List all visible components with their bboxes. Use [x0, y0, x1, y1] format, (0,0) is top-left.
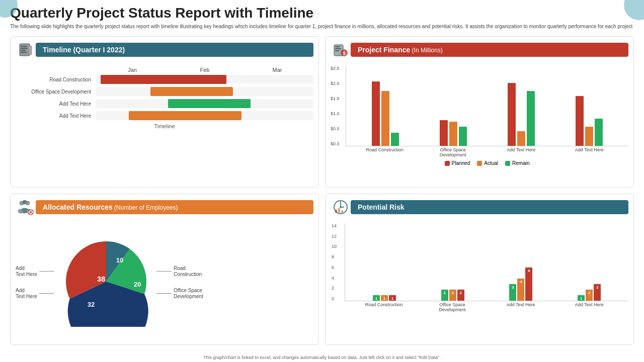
legend-dot-actual: [477, 161, 482, 166]
finance-header: $ Project Finance (In Millions): [326, 37, 633, 63]
timeline-row: Office Space Development: [16, 87, 313, 96]
pie-value-3: 38: [97, 275, 106, 283]
timeline-months: Jan Feb Mar: [96, 67, 313, 73]
svg-rect-5: [29, 46, 32, 55]
legend-remain: Remain: [505, 160, 529, 166]
svg-rect-3: [21, 50, 26, 51]
svg-point-16: [18, 209, 23, 213]
risk-bar-group: 1 1 1: [350, 295, 419, 301]
risk-bar-high: 3: [509, 284, 516, 301]
risk-x-labels: Road Construction Office SpaceDevelopmen…: [345, 302, 628, 312]
risk-bar-medium: 2: [586, 290, 593, 301]
timeline-row: Add Text Here: [16, 111, 313, 120]
risk-x-label: Road Construction: [350, 302, 418, 312]
timeline-track: [96, 87, 313, 96]
timeline-track: [96, 111, 313, 120]
resources-title: Allocated Resources (Number of Employees…: [36, 200, 313, 214]
risk-x-label: Add Text Here: [487, 302, 555, 312]
x-label: Road Construction: [351, 147, 419, 157]
pie-label: Office SpaceDevelopment: [156, 288, 203, 300]
y-label: $0.0: [331, 141, 340, 146]
timeline-header: Timeline (Quarter I 2022): [11, 37, 318, 63]
bar-remain: [459, 127, 467, 146]
connector-line: [156, 271, 172, 272]
footer-note: This graph/chart is linked to excel, and…: [0, 355, 644, 360]
finance-body: $0.0 $0.5 $1.0 $1.5 $2.0 $2.5: [326, 63, 633, 169]
risk-bar-low: 6: [525, 267, 532, 301]
timeline-panel: Timeline (Quarter I 2022) Jan Feb Mar Ro…: [10, 36, 319, 188]
resources-panel: Allocated Resources (Number of Employees…: [10, 194, 319, 345]
risk-y-label: 4: [332, 276, 337, 281]
timeline-track: [96, 75, 313, 84]
risk-bar-medium: 2: [449, 290, 456, 301]
timeline-row-label: Road Construction: [16, 77, 96, 82]
finance-title: Project Finance (In Millions): [351, 43, 628, 57]
timeline-row-label: Add Text Here: [16, 101, 96, 107]
timeline-footer: Timeline: [16, 123, 313, 131]
risk-y-labels: 0 2 4 6 8 10 12 14: [331, 223, 338, 301]
timeline-bar: [129, 111, 242, 120]
bar-planned: [372, 81, 380, 146]
risk-body: 0 2 4 6 8 10 12 14 1 1 1: [326, 220, 633, 315]
risk-bar-low: 3: [594, 284, 601, 301]
risk-panel: Potential Risk 0 2 4 6 8 10 12 14: [325, 194, 634, 345]
bar-planned: [508, 83, 516, 146]
risk-bar-medium: 4: [517, 279, 524, 301]
legend-actual: Actual: [477, 160, 498, 166]
bar-remain: [595, 119, 603, 146]
legend-dot-remain: [505, 161, 510, 166]
y-label: $1.0: [331, 111, 340, 116]
bar-group: [351, 81, 419, 146]
risk-bar-chart: 1 1 1 2 2 2 3 4 6: [345, 223, 628, 301]
risk-y-label: 12: [332, 234, 337, 239]
bar-actual: [517, 131, 525, 146]
svg-rect-28: [341, 211, 343, 213]
timeline-row: Road Construction: [16, 75, 313, 84]
timeline-rows: Road Construction Office Space Developme…: [16, 75, 313, 120]
svg-rect-1: [21, 46, 27, 47]
finance-panel: $ Project Finance (In Millions) $0.0 $0.…: [325, 36, 634, 188]
risk-bar-group: 2 2 2: [419, 290, 487, 301]
timeline-row-label: Add Text Here: [16, 113, 96, 119]
finance-legend: Planned Actual Remain: [346, 160, 628, 166]
risk-y-label: 2: [332, 286, 337, 291]
x-label: Add Text Here: [487, 147, 555, 157]
timeline-row: Add Text Here: [16, 99, 313, 108]
bar-group: [488, 83, 555, 146]
page-header: Quarterly Project Status Report with Tim…: [0, 0, 644, 32]
svg-rect-4: [21, 52, 27, 53]
risk-bar-low: 1: [389, 295, 396, 301]
y-label: $2.5: [331, 66, 340, 71]
timeline-bar: [150, 87, 233, 96]
risk-bar-medium: 1: [381, 295, 388, 301]
svg-point-25: [340, 206, 342, 208]
bar-remain: [391, 133, 399, 146]
x-label: Add Text Here: [555, 147, 624, 157]
bar-actual: [381, 91, 389, 146]
resources-header: Allocated Resources (Number of Employees…: [11, 194, 318, 220]
x-label: Office SpaceDevelopment: [419, 147, 488, 157]
timeline-bar: [168, 99, 251, 108]
svg-rect-2: [21, 48, 28, 49]
risk-bar-low: 2: [457, 290, 464, 301]
pie-label: AddText Here: [16, 288, 56, 300]
timeline-track: [96, 99, 313, 108]
risk-title: Potential Risk: [351, 200, 628, 214]
svg-rect-9: [335, 50, 339, 51]
svg-point-14: [23, 200, 27, 204]
svg-rect-8: [335, 48, 341, 49]
bar-group: [419, 120, 487, 146]
legend-planned: Planned: [445, 160, 470, 166]
svg-rect-27: [338, 208, 340, 213]
bar-remain: [527, 91, 535, 146]
timeline-bar: [101, 75, 227, 84]
risk-x-label: Add Text Here: [555, 302, 623, 312]
y-label: $1.5: [331, 96, 340, 101]
month-mar: Mar: [262, 67, 292, 73]
pie-value-2: 20: [134, 281, 141, 288]
risk-y-label: 0: [332, 296, 337, 301]
pie-labels-right: RoadConstruction Office SpaceDevelopment: [156, 265, 203, 300]
finance-x-labels: Road Construction Office SpaceDevelopmen…: [346, 147, 628, 157]
resources-icon: [16, 197, 36, 217]
svg-rect-7: [335, 46, 340, 47]
